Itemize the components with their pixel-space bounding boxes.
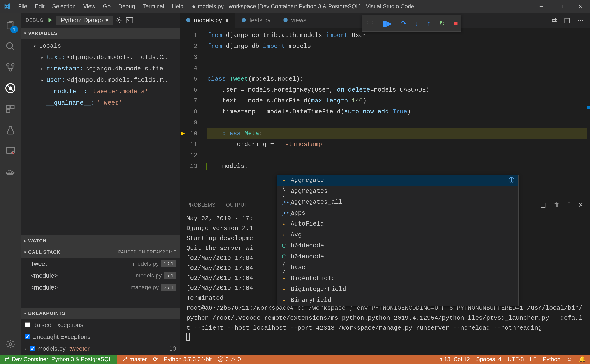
checkbox[interactable] bbox=[30, 346, 35, 351]
code-area[interactable]: from django.contrib.auth.models import U… bbox=[202, 27, 587, 198]
locals-scope[interactable]: ▾Locals bbox=[21, 40, 180, 52]
breakpoint-raised[interactable]: Raised Exceptions bbox=[21, 319, 180, 331]
menu-terminal[interactable]: Terminal bbox=[139, 0, 168, 13]
activity-docker-icon[interactable] bbox=[0, 161, 21, 182]
section-breakpoints[interactable]: ▾BREAKPOINTS bbox=[21, 308, 180, 319]
suggest-item[interactable]: [⊶]apps bbox=[277, 208, 518, 218]
status-indent[interactable]: Spaces: 4 bbox=[476, 356, 502, 363]
svg-line-1 bbox=[12, 48, 14, 50]
activity-scm-icon[interactable] bbox=[0, 57, 21, 78]
panel-maximize-icon[interactable]: ˄ bbox=[567, 201, 570, 209]
tab-models[interactable]: ⬢ models.py ● bbox=[180, 13, 235, 27]
variable-row[interactable]: __qualname__: 'Tweet' bbox=[21, 97, 180, 109]
panel-split-icon[interactable]: ◫ bbox=[540, 201, 546, 209]
callstack-frame[interactable]: <module>manage.py25:1 bbox=[21, 281, 180, 293]
svg-point-6 bbox=[8, 86, 12, 90]
suggest-item[interactable]: ⬡b64decode bbox=[277, 240, 518, 251]
variable-row[interactable]: ▸text: <django.db.models.fields.C… bbox=[21, 52, 180, 63]
python-file-icon: ⬢ bbox=[186, 17, 190, 23]
activity-extensions-icon[interactable] bbox=[0, 99, 21, 119]
activity-settings-icon[interactable] bbox=[0, 334, 21, 355]
status-encoding[interactable]: UTF-8 bbox=[508, 356, 524, 363]
menu-file[interactable]: File bbox=[14, 0, 31, 13]
menu-go[interactable]: Go bbox=[99, 0, 114, 13]
section-watch[interactable]: ▸WATCH bbox=[21, 235, 180, 246]
activity-explorer-icon[interactable]: 1 bbox=[0, 15, 21, 36]
tab-views[interactable]: ⬢ views bbox=[277, 13, 313, 27]
debug-config-gear-icon[interactable] bbox=[116, 17, 123, 24]
suggest-item[interactable]: ✦BigAutoField bbox=[277, 273, 518, 284]
menu-debug[interactable]: Debug bbox=[114, 0, 139, 13]
panel-tab-output[interactable]: OUTPUT bbox=[226, 202, 247, 208]
python-file-icon: ⬢ bbox=[283, 17, 288, 23]
section-variables[interactable]: ▾VARIABLES bbox=[21, 27, 180, 39]
breakpoint-uncaught[interactable]: Uncaught Exceptions bbox=[21, 331, 180, 343]
suggest-item[interactable]: { }base bbox=[277, 262, 518, 273]
split-editor-icon[interactable]: ◫ bbox=[564, 16, 570, 24]
debug-config-select[interactable]: Python: Django▾ bbox=[56, 16, 113, 25]
status-bell-icon[interactable]: 🔔 bbox=[579, 356, 586, 363]
app-logo-icon bbox=[0, 3, 14, 10]
breakpoint-file[interactable]: ○models.pytweeter10 bbox=[21, 343, 180, 355]
debug-restart-icon[interactable]: ↻ bbox=[439, 19, 445, 27]
close-icon[interactable]: ✕ bbox=[570, 0, 590, 13]
suggest-item[interactable]: { }aggregates bbox=[277, 186, 518, 197]
debug-toolbar-header: DEBUG Python: Django▾ bbox=[21, 13, 180, 27]
status-problems[interactable]: ⓧ0 ⚠0 bbox=[218, 356, 241, 363]
status-eol[interactable]: LF bbox=[530, 356, 537, 363]
debug-step-out-icon[interactable]: ↑ bbox=[427, 19, 431, 27]
intellisense-widget[interactable]: ✦Aggregateⓘ{ }aggregates[⊶]aggregates_al… bbox=[277, 175, 518, 306]
drag-grip-icon[interactable]: ⋮⋮ bbox=[365, 20, 374, 26]
callstack-frame[interactable]: Tweetmodels.py10:1 bbox=[21, 258, 180, 270]
more-actions-icon[interactable]: ⋯ bbox=[577, 16, 584, 24]
debug-start-icon[interactable] bbox=[47, 17, 53, 23]
section-callstack[interactable]: ▾CALL STACKPAUSED ON BREAKPOINT bbox=[21, 246, 180, 258]
variable-row[interactable]: __module__: 'tweeter.models' bbox=[21, 86, 180, 97]
variable-row[interactable]: ▸timestamp: <django.db.models.fie… bbox=[21, 63, 180, 74]
tab-tests[interactable]: ⬢ tests.py bbox=[235, 13, 277, 27]
activity-debug-icon[interactable] bbox=[0, 78, 21, 99]
menu-edit[interactable]: Edit bbox=[31, 0, 48, 13]
status-cursor[interactable]: Ln 13, Col 12 bbox=[436, 356, 470, 363]
activity-search-icon[interactable] bbox=[0, 36, 21, 57]
debug-floating-toolbar[interactable]: ⋮⋮ ▮▶ ↷ ↓ ↑ ↻ ■ bbox=[362, 15, 461, 32]
menu-view[interactable]: View bbox=[79, 0, 99, 13]
breakpoint-dot-icon: ○ bbox=[25, 346, 27, 351]
variable-row[interactable]: ▸user: <django.db.models.fields.r… bbox=[21, 74, 180, 86]
panel-close-icon[interactable]: ✕ bbox=[578, 201, 583, 209]
status-language[interactable]: Python bbox=[543, 356, 561, 363]
maximize-icon[interactable]: ☐ bbox=[551, 0, 570, 13]
suggest-item[interactable]: ✦Avg bbox=[277, 229, 518, 240]
status-sync[interactable]: ⟳ bbox=[153, 356, 158, 363]
error-icon: ⓧ bbox=[218, 356, 223, 363]
activity-remote-icon[interactable] bbox=[0, 140, 21, 161]
debug-continue-icon[interactable]: ▮▶ bbox=[382, 19, 392, 27]
status-remote[interactable]: ⇄ Dev Container: Python 3 & PostgreSQL bbox=[0, 355, 117, 364]
status-python[interactable]: Python 3.7.3 64-bit bbox=[164, 356, 212, 363]
suggest-item[interactable]: ✦BigIntegerField bbox=[277, 284, 518, 295]
gutter[interactable]: 123456789▶10111213 bbox=[180, 27, 202, 198]
menu-help[interactable]: Help bbox=[168, 0, 187, 13]
checkbox[interactable] bbox=[25, 334, 30, 339]
status-feedback-icon[interactable]: ☺ bbox=[566, 356, 572, 363]
status-branch[interactable]: ⎇master bbox=[121, 356, 147, 363]
debug-stop-icon[interactable]: ■ bbox=[454, 19, 458, 27]
suggest-item[interactable]: ⬡b64encode bbox=[277, 251, 518, 262]
minimap[interactable] bbox=[587, 27, 590, 198]
suggest-item[interactable]: ✦BinaryField bbox=[277, 295, 518, 306]
menu-selection[interactable]: Selection bbox=[48, 0, 79, 13]
debug-step-over-icon[interactable]: ↷ bbox=[400, 19, 406, 27]
panel-tab-problems[interactable]: PROBLEMS bbox=[186, 202, 215, 208]
compare-changes-icon[interactable]: ⇄ bbox=[551, 16, 557, 24]
suggest-item[interactable]: ✦Aggregateⓘ bbox=[277, 175, 518, 186]
checkbox[interactable] bbox=[25, 322, 30, 327]
suggest-item[interactable]: ✦AutoField bbox=[277, 218, 518, 229]
debug-step-into-icon[interactable]: ↓ bbox=[415, 19, 419, 27]
activity-test-icon[interactable] bbox=[0, 119, 21, 140]
suggest-item[interactable]: [⊶]aggregates_all bbox=[277, 197, 518, 208]
panel-trash-icon[interactable]: 🗑 bbox=[554, 201, 560, 209]
debug-console-icon[interactable] bbox=[126, 17, 133, 23]
minimize-icon[interactable]: ─ bbox=[532, 0, 551, 13]
code-editor[interactable]: 123456789▶10111213 from django.contrib.a… bbox=[180, 27, 590, 198]
callstack-frame[interactable]: <module>models.py5:1 bbox=[21, 270, 180, 281]
